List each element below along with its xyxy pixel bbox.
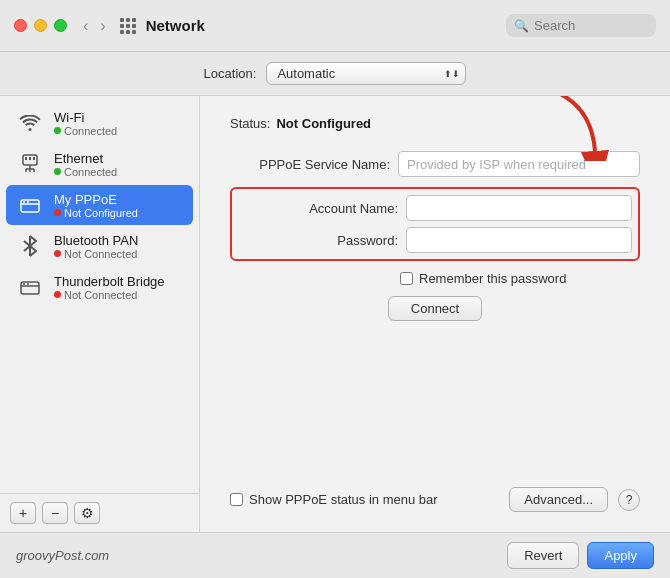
location-wrapper[interactable]: Automatic Edit Locations... [266,62,466,85]
password-row: Password: [238,227,632,253]
maximize-button[interactable] [54,19,67,32]
credentials-group: Account Name: Password: [230,187,640,261]
ethernet-status-dot [54,168,61,175]
remember-password-label: Remember this password [419,271,566,286]
svg-point-11 [23,201,25,203]
sidebar: Wi-Fi Connected [0,96,200,532]
apps-grid-icon[interactable] [120,18,136,34]
svg-rect-3 [33,157,35,160]
footer-actions: Revert Apply [507,542,654,569]
nav-arrows: ‹ › [79,16,110,36]
account-name-row: Account Name: [238,195,632,221]
close-button[interactable] [14,19,27,32]
sidebar-item-ethernet[interactable]: Ethernet Connected [6,144,193,184]
pppoe-status: Not Configured [54,207,138,219]
ethernet-status: Connected [54,166,117,178]
account-name-label: Account Name: [238,201,398,216]
password-label: Password: [238,233,398,248]
pppoe-service-input[interactable] [398,151,640,177]
pppoe-service-row: PPPoE Service Name: [230,151,640,177]
window-title: Network [146,17,506,34]
bottom-row: Show PPPoE status in menu bar Advanced..… [230,487,640,512]
ethernet-icon [16,150,44,178]
show-pppoe-row: Show PPPoE status in menu bar [230,492,499,507]
bluetooth-pan-text: Bluetooth PAN Not Connected [54,233,138,260]
wifi-status: Connected [54,125,117,137]
remember-password-checkbox[interactable] [400,272,413,285]
pppoe-text: My PPPoE Not Configured [54,192,138,219]
pppoe-name: My PPPoE [54,192,138,207]
pppoe-service-label: PPPoE Service Name: [230,157,390,172]
remember-password-row: Remember this password [400,271,640,286]
minimize-button[interactable] [34,19,47,32]
advanced-button[interactable]: Advanced... [509,487,608,512]
ethernet-text: Ethernet Connected [54,151,117,178]
wifi-icon [16,109,44,137]
footer: groovyPost.com Revert Apply [0,532,670,578]
show-pppoe-checkbox[interactable] [230,493,243,506]
sidebar-footer: + − ⚙ [0,493,199,532]
bluetooth-icon [16,232,44,260]
wifi-name: Wi-Fi [54,110,117,125]
svg-point-16 [27,283,29,285]
brand-label: groovyPost.com [16,548,507,563]
thunderbolt-status: Not Connected [54,289,165,301]
ethernet-name: Ethernet [54,151,117,166]
svg-point-12 [27,201,29,203]
settings-network-button[interactable]: ⚙ [74,502,100,524]
svg-rect-1 [25,157,27,160]
detail-panel: Status: Not Configured PPPoE Service Nam… [200,96,670,532]
bluetooth-pan-status-dot [54,250,61,257]
thunderbolt-text: Thunderbolt Bridge Not Connected [54,274,165,301]
remove-network-button[interactable]: − [42,502,68,524]
main-content: Wi-Fi Connected [0,96,670,532]
thunderbolt-icon [16,273,44,301]
svg-point-15 [23,283,25,285]
search-input[interactable] [534,18,648,33]
traffic-lights [14,19,67,32]
pppoe-status-dot [54,209,61,216]
add-network-button[interactable]: + [10,502,36,524]
revert-button[interactable]: Revert [507,542,579,569]
status-label: Status: [230,116,270,131]
location-label: Location: [204,66,257,81]
account-name-input[interactable] [406,195,632,221]
apply-button[interactable]: Apply [587,542,654,569]
bluetooth-pan-status: Not Connected [54,248,138,260]
help-button[interactable]: ? [618,489,640,511]
pppoe-icon [16,191,44,219]
sidebar-list: Wi-Fi Connected [0,96,199,493]
status-row: Status: Not Configured [230,116,640,131]
show-pppoe-label: Show PPPoE status in menu bar [249,492,438,507]
titlebar: ‹ › Network 🔍 [0,0,670,52]
svg-rect-2 [29,157,31,160]
wifi-status-dot [54,127,61,134]
search-icon: 🔍 [514,19,529,33]
forward-button[interactable]: › [96,16,109,36]
location-bar: Location: Automatic Edit Locations... [0,52,670,96]
sidebar-item-thunderbolt[interactable]: Thunderbolt Bridge Not Connected [6,267,193,307]
back-button[interactable]: ‹ [79,16,92,36]
thunderbolt-status-dot [54,291,61,298]
sidebar-item-pppoe[interactable]: My PPPoE Not Configured [6,185,193,225]
status-value: Not Configured [276,116,371,131]
location-select[interactable]: Automatic Edit Locations... [266,62,466,85]
connect-button[interactable]: Connect [388,296,482,321]
thunderbolt-name: Thunderbolt Bridge [54,274,165,289]
search-bar[interactable]: 🔍 [506,14,656,37]
bluetooth-pan-name: Bluetooth PAN [54,233,138,248]
pppoe-service-container: PPPoE Service Name: [230,151,640,187]
password-input[interactable] [406,227,632,253]
wifi-text: Wi-Fi Connected [54,110,117,137]
connect-button-row: Connect [230,296,640,321]
sidebar-item-bluetooth-pan[interactable]: Bluetooth PAN Not Connected [6,226,193,266]
sidebar-item-wifi[interactable]: Wi-Fi Connected [6,103,193,143]
